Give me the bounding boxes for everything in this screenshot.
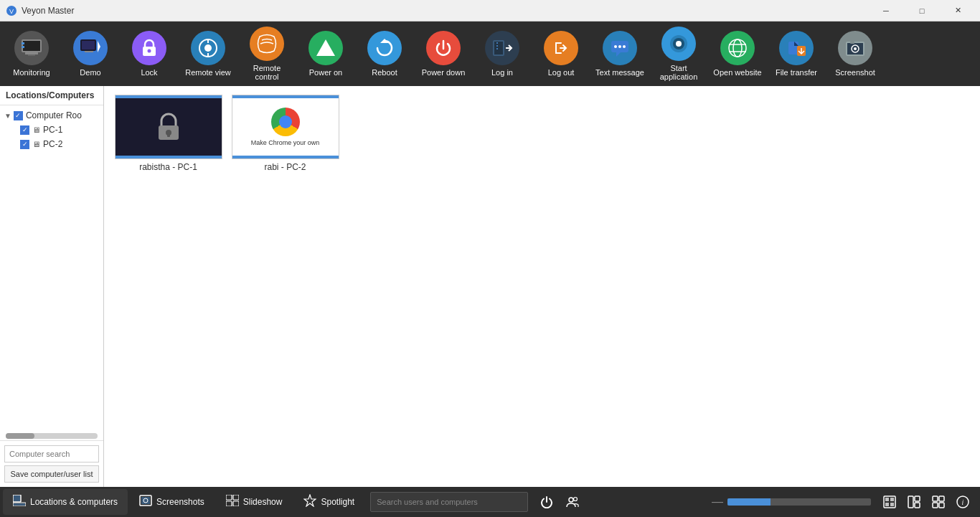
svg-rect-21 <box>494 42 503 54</box>
log-in-icon <box>485 31 519 65</box>
progress-bar-container <box>727 498 871 506</box>
start-application-button[interactable]: Start application <box>650 24 707 84</box>
pc2-label: PC-2 <box>43 139 62 149</box>
lock-icon <box>132 31 166 65</box>
open-website-label: Open website <box>713 68 761 77</box>
tree-pc2-item[interactable]: ✓ 🖥 PC-2 <box>0 137 103 151</box>
toolbar: Monitoring Demo Lock Remote view Remote … <box>0 22 980 86</box>
lock-button[interactable]: Lock <box>121 24 178 84</box>
tab-spotlight-label: Spotlight <box>321 497 354 507</box>
reboot-label: Reboot <box>372 68 397 77</box>
open-website-button[interactable]: Open website <box>709 24 766 84</box>
svg-point-27 <box>614 45 617 48</box>
svg-rect-37 <box>788 42 798 54</box>
remote-view-button[interactable]: Remote view <box>179 24 237 84</box>
svg-rect-68 <box>915 503 920 508</box>
tab-slideshow[interactable]: Slideshow <box>216 489 293 515</box>
save-list-button[interactable]: Save computer/user list <box>4 465 99 483</box>
svg-rect-67 <box>915 496 920 501</box>
room-checkbox[interactable]: ✓ <box>14 111 23 120</box>
power-icon-button[interactable] <box>535 490 558 513</box>
sidebar-scrollbar[interactable] <box>6 433 98 439</box>
file-transfer-label: File transfer <box>776 68 817 77</box>
tab-spotlight[interactable]: Spotlight <box>293 489 364 515</box>
start-application-icon <box>661 27 696 61</box>
text-message-button[interactable]: Text message <box>591 24 649 84</box>
remote-control-label: Remote control <box>241 64 293 81</box>
sidebar-tree: ▼ ✓ Computer Roo ✓ 🖥 PC-1 ✓ 🖥 PC-2 <box>0 105 103 432</box>
card-bottom-bar-pc1 <box>116 156 222 158</box>
card-thumbnail-pc2: Make Chrome your own <box>232 95 339 159</box>
svg-rect-69 <box>933 496 938 501</box>
grid-view-button[interactable] <box>903 490 925 513</box>
log-in-label: Log in <box>491 68 513 77</box>
computer-search-input[interactable] <box>4 445 99 463</box>
tab-screenshots[interactable]: Screenshots <box>129 489 215 515</box>
pc1-label: PC-1 <box>43 125 62 135</box>
sidebar-scrollbar-thumb[interactable] <box>6 433 34 439</box>
svg-rect-72 <box>939 503 944 508</box>
progress-bar-fill <box>727 498 771 506</box>
demo-label: Demo <box>80 68 100 77</box>
log-out-label: Log out <box>548 68 575 77</box>
power-down-label: Power down <box>422 68 466 77</box>
svg-rect-50 <box>14 503 25 506</box>
power-on-button[interactable]: Power on <box>297 24 354 84</box>
screenshot-label: Screenshot <box>835 68 875 77</box>
close-button[interactable]: ✕ <box>941 0 974 22</box>
bottom-bar: Locations & computers Screenshots Slides… <box>0 487 980 517</box>
users-icon-button[interactable] <box>561 490 584 513</box>
search-box-container <box>370 492 528 512</box>
tile-view-button[interactable] <box>927 490 950 513</box>
svg-rect-9 <box>82 41 95 49</box>
content-area: rabistha - PC-1 Make Chrome your own rab… <box>104 86 980 487</box>
svg-point-15 <box>204 44 212 52</box>
file-transfer-button[interactable]: File transfer <box>768 24 825 84</box>
tab-locations-computers[interactable]: Locations & computers <box>3 489 128 515</box>
svg-rect-24 <box>496 48 498 49</box>
svg-rect-3 <box>23 41 40 51</box>
chrome-text: Make Chrome your own <box>251 139 320 146</box>
chrome-circle <box>271 108 300 136</box>
maximize-button[interactable]: □ <box>905 0 938 22</box>
svg-rect-22 <box>496 42 498 44</box>
remote-control-button[interactable]: Remote control <box>238 24 296 84</box>
svg-rect-62 <box>885 498 889 501</box>
svg-rect-66 <box>908 496 913 508</box>
svg-rect-56 <box>226 501 232 506</box>
power-on-icon <box>308 31 343 65</box>
locations-computers-icon <box>13 495 26 509</box>
card-bottom-bar-pc2 <box>232 156 339 158</box>
log-in-button[interactable]: Log in <box>473 24 531 84</box>
svg-marker-58 <box>304 495 316 506</box>
tree-room-item[interactable]: ▼ ✓ Computer Roo <box>0 108 103 123</box>
info-button[interactable]: i <box>951 490 974 513</box>
log-out-button[interactable]: Log out <box>532 24 590 84</box>
monitoring-button[interactable]: Monitoring <box>3 24 60 84</box>
power-down-button[interactable]: Power down <box>415 24 472 84</box>
card-top-bar-pc1 <box>116 95 222 98</box>
svg-rect-7 <box>28 54 35 56</box>
fit-screen-button[interactable] <box>878 490 901 513</box>
card-label-pc2: rabi - PC-2 <box>264 162 306 172</box>
pc1-icon: 🖥 <box>32 125 40 134</box>
svg-point-13 <box>148 49 151 53</box>
sidebar-header: Locations/Computers <box>0 86 103 105</box>
tree-pc1-item[interactable]: ✓ 🖥 PC-1 <box>0 123 103 137</box>
svg-marker-10 <box>98 41 100 52</box>
pc2-checkbox[interactable]: ✓ <box>20 140 29 149</box>
minimize-button[interactable]: ─ <box>870 0 903 22</box>
spotlight-icon <box>303 494 316 510</box>
search-users-computers-input[interactable] <box>370 492 528 512</box>
computer-card-pc1[interactable]: rabistha - PC-1 <box>113 95 224 172</box>
card-top-bar-pc2 <box>232 95 339 98</box>
log-out-icon <box>544 31 578 65</box>
main-area: Locations/Computers ▼ ✓ Computer Roo ✓ 🖥… <box>0 86 980 487</box>
screenshot-button[interactable]: Screenshot <box>826 24 884 84</box>
svg-point-32 <box>676 41 682 47</box>
reboot-button[interactable]: Reboot <box>356 24 413 84</box>
expand-chevron: ▼ <box>4 112 11 120</box>
pc1-checkbox[interactable]: ✓ <box>20 125 29 135</box>
computer-card-pc2[interactable]: Make Chrome your own rabi - PC-2 <box>230 95 341 172</box>
demo-button[interactable]: Demo <box>62 24 119 84</box>
